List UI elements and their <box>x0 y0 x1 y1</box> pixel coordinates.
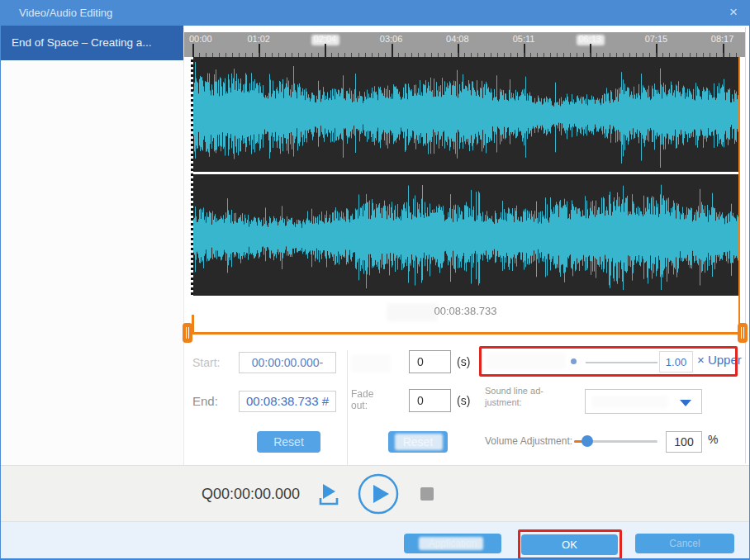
end-time-field[interactable]: 00:08:38.733 # <box>239 391 336 412</box>
speed-slider-dot <box>571 358 577 364</box>
sound-line-label: Sound line ad-justment: <box>485 386 556 409</box>
ruler-tick-major <box>325 44 326 57</box>
selection-end-line <box>738 57 740 333</box>
ruler-label: 07:15 <box>645 34 668 44</box>
playback-time-label: Q00:00:00.000 <box>116 482 300 505</box>
ruler-tick-major <box>192 44 194 57</box>
obscured-fade-in-label <box>351 354 391 373</box>
ruler-tick-major <box>392 44 393 57</box>
fade-out-input[interactable] <box>409 389 451 412</box>
obscured-speed-label <box>487 353 566 369</box>
start-time-field[interactable]: 00:00:00.000- <box>239 352 336 373</box>
chevron-down-icon <box>680 400 691 406</box>
obscured-dropdown-value <box>592 396 668 408</box>
window-title: Video/Audio Editing <box>19 1 112 26</box>
footer-bar: Application OK Cancel <box>1 521 750 559</box>
selection-start-handle[interactable] <box>183 323 192 343</box>
obscured-area <box>395 434 443 450</box>
selection-range-bar[interactable] <box>192 332 740 335</box>
speed-value-input[interactable] <box>659 351 693 373</box>
playhead-marker[interactable] <box>191 57 193 296</box>
ruler-label: 08:17 <box>711 34 734 44</box>
fade-out-unit: (s) <box>457 394 470 407</box>
ruler-label: 00:00 <box>189 34 212 44</box>
selection-end-handle[interactable] <box>738 323 748 343</box>
sound-line-dropdown[interactable] <box>585 389 702 414</box>
ruler-label: 01:02 <box>247 34 270 44</box>
play-from-position-icon[interactable] <box>317 482 340 507</box>
obscured-area <box>419 537 483 550</box>
volume-slider-handle[interactable] <box>581 435 593 447</box>
trim-reset-button[interactable]: Reset <box>257 431 320 453</box>
volume-label: Volume Adjustment: <box>485 430 572 452</box>
ok-button[interactable]: OK <box>521 534 618 555</box>
volume-value-input[interactable] <box>666 431 702 453</box>
waveform-display[interactable] <box>191 57 740 296</box>
end-label: End: <box>192 391 218 412</box>
play-button-icon[interactable] <box>358 473 399 515</box>
cancel-button[interactable]: Cancel <box>635 534 734 553</box>
sidebar-item-track[interactable]: End of Space – Creating a... <box>1 26 183 60</box>
panel-edge <box>745 27 746 463</box>
playback-bar: Q00:00:00.000 <box>1 465 750 521</box>
speed-suffix-label: × Upper <box>697 353 742 367</box>
video-audio-editing-dialog: Video/Audio Editing × End of Space – Cre… <box>0 0 750 560</box>
fade-in-input[interactable] <box>409 350 451 373</box>
stop-icon[interactable] <box>420 487 434 501</box>
ruler-label: 05:11 <box>513 34 535 44</box>
speed-slider-track[interactable] <box>586 362 657 363</box>
ruler-label: 04:08 <box>446 34 469 44</box>
editor-panel: 00:0001:0202:0403:0604:0805:1106:1307:15… <box>184 26 750 465</box>
title-bar: Video/Audio Editing × <box>1 1 749 26</box>
ruler-label: 03:06 <box>380 34 403 44</box>
waveform-container <box>191 57 740 296</box>
column-divider <box>347 350 348 482</box>
close-icon[interactable]: × <box>729 1 738 24</box>
timeline-ruler[interactable]: 00:0001:0202:0403:0604:0805:1106:1307:15… <box>184 32 745 57</box>
sidebar: End of Space – Creating a... <box>1 26 184 465</box>
start-label: Start: <box>192 352 220 373</box>
selection-duration-label: 00:08:38.733 <box>191 305 740 317</box>
volume-unit-label: % <box>708 433 718 446</box>
fade-in-unit: (s) <box>457 355 470 368</box>
fade-out-label: Fade out: <box>351 389 391 412</box>
